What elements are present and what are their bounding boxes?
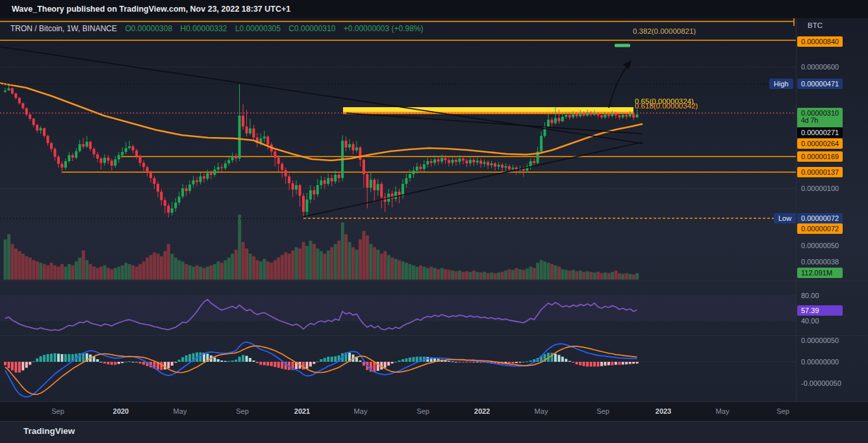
ohlc-open: O0.00000308 xyxy=(125,24,172,33)
time-label: 2021 xyxy=(294,405,310,417)
price-label: 0.00000471 xyxy=(797,79,843,89)
axis-currency-label: BTC xyxy=(808,21,823,29)
price-label: 112.091M xyxy=(797,268,843,278)
price-label: 0.00000840 xyxy=(797,36,843,47)
publish-text: Wave_Theory published on TradingView.com… xyxy=(12,5,290,14)
time-label: 2022 xyxy=(474,405,490,417)
time-label: May xyxy=(716,405,730,417)
price-label: 0.00000137 xyxy=(797,167,843,177)
price-label: 80.00 xyxy=(797,290,843,301)
ohlc-high: H0.00000332 xyxy=(180,24,227,33)
price-label: 0.000003104d 7h xyxy=(797,108,843,128)
tradingview-published-chart: { "header": {"published_line": "Wave_The… xyxy=(0,0,868,443)
time-label: Sep xyxy=(416,405,429,417)
time-label: May xyxy=(354,405,368,417)
price-label: 0.00000271 xyxy=(797,127,843,138)
chart-canvas[interactable] xyxy=(0,18,868,421)
ohlc-low: L0.00000305 xyxy=(235,24,281,33)
time-label: Sep xyxy=(776,405,789,417)
time-label: May xyxy=(173,405,187,417)
price-label: -0.00000050 xyxy=(797,378,845,388)
price-label: 0.00000000 xyxy=(797,357,843,367)
price-label: 0.00000169 xyxy=(797,151,843,162)
pane-separator-macd[interactable] xyxy=(0,335,868,336)
time-label: Sep xyxy=(596,405,609,417)
fib-label-618[interactable]: 0.618(0.00000342) xyxy=(635,102,698,110)
low-badge: Low xyxy=(774,213,796,223)
price-label: 0.00000264 xyxy=(797,138,843,149)
pane-separator-rsi[interactable] xyxy=(0,281,868,281)
macd-lines[interactable] xyxy=(5,342,637,398)
time-label: 2020 xyxy=(113,405,129,417)
time-label: Sep xyxy=(51,405,64,417)
price-label: 0.00000600 xyxy=(797,62,843,72)
fib-label-382[interactable]: 0.382(0.00000821) xyxy=(633,27,696,35)
price-label: 0.00000072 xyxy=(797,213,843,223)
volume-bars xyxy=(4,215,639,280)
price-label: 0.00000050 xyxy=(797,335,843,346)
time-label: 2023 xyxy=(656,405,671,417)
price-label: 0.00000038 xyxy=(797,257,843,267)
price-label: 0.00000072 xyxy=(797,223,843,234)
price-label: 0.00000050 xyxy=(797,240,843,251)
symbol-legend[interactable]: TRON / Bitcoin, 1W, BINANCE O0.00000308 … xyxy=(10,24,424,33)
price-label: 57.39 xyxy=(797,305,843,316)
tradingview-brand-text[interactable]: TradingView xyxy=(23,426,75,436)
high-badge: High xyxy=(769,79,793,89)
ohlc-close: C0.00000310 xyxy=(288,24,335,33)
symbol-title: TRON / Bitcoin, 1W, BINANCE xyxy=(10,24,117,33)
price-axis-border xyxy=(796,18,797,421)
time-axis[interactable] xyxy=(0,401,868,421)
price-label: 40.00 xyxy=(797,316,843,326)
time-label: May xyxy=(535,405,548,417)
trendlines[interactable] xyxy=(0,47,643,217)
price-label: 0.00000100 xyxy=(797,183,843,194)
ohlc-change: +0.00000003 (+0.98%) xyxy=(344,24,424,33)
publish-bar: Wave_Theory published on TradingView.com… xyxy=(0,0,868,18)
footer-bar xyxy=(0,421,868,443)
target-marker[interactable] xyxy=(615,44,630,47)
time-label: Sep xyxy=(236,405,249,417)
